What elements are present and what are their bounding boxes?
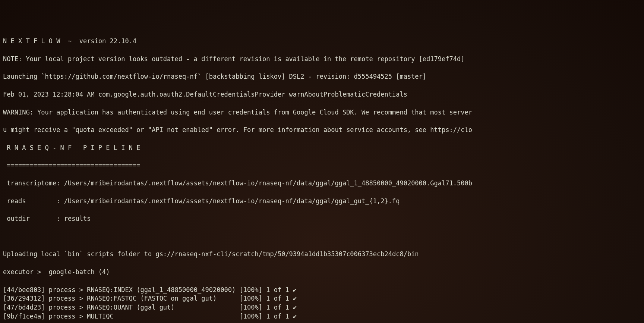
blank-line [3, 232, 641, 241]
pipeline-title: R N A S E Q - N F P I P E L I N E [3, 144, 641, 153]
process-row: [36/294312] process > RNASEQ:FASTQC (FAS… [3, 294, 641, 303]
transcriptome-path: transcriptome: /Users/mribeirodantas/.ne… [3, 179, 641, 188]
upload-line: Uploading local `bin` scripts folder to … [3, 250, 641, 259]
check-icon: ✔ [293, 295, 297, 302]
pipeline-divider: =================================== [3, 161, 641, 170]
warning-line-2: u might receive a "quota exceeded" or "A… [3, 126, 641, 135]
process-row: [44/bee803] process > RNASEQ:INDEX (ggal… [3, 286, 641, 295]
process-row: [9b/f1ce4a] process > MULTIQC [100%] 1 o… [3, 312, 641, 321]
timestamp-line: Feb 01, 2023 12:28:04 AM com.google.auth… [3, 90, 641, 99]
note-line: NOTE: Your local project version looks o… [3, 55, 641, 64]
check-icon: ✔ [293, 304, 297, 311]
check-icon: ✔ [293, 286, 297, 294]
launching-line: Launching `https://github.com/nextflow-i… [3, 72, 641, 81]
reads-path: reads : /Users/mribeirodantas/.nextflow/… [3, 197, 641, 206]
process-list: [44/bee803] process > RNASEQ:INDEX (ggal… [3, 286, 641, 321]
process-row: [47/bd4d23] process > RNASEQ:QUANT (ggal… [3, 303, 641, 312]
nextflow-version: N E X T F L O W ~ version 22.10.4 [3, 37, 641, 46]
outdir-path: outdir : results [3, 214, 641, 223]
executor-line: executor > google-batch (4) [3, 268, 641, 277]
check-icon: ✔ [293, 313, 297, 320]
warning-line-1: WARNING: Your application has authentica… [3, 108, 641, 117]
